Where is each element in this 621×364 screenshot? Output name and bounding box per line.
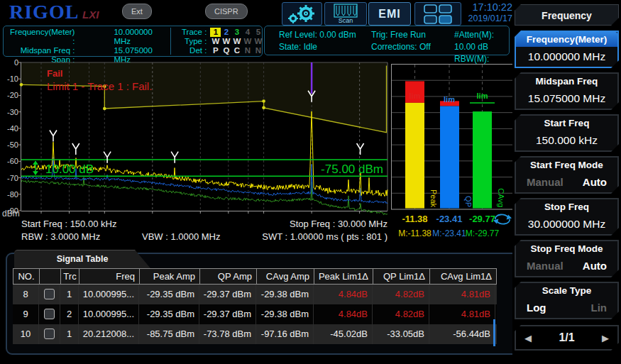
signal-table: NO.TrcFreqPeak AmpQP AmpCAvg AmpPeak Lim… — [13, 268, 497, 344]
softkey-stop-freq[interactable]: Stop Freq30.000000 MHz — [515, 198, 619, 236]
sweep-status-box: Ref Level: 0.00 dBmState: Idle Trig: Fre… — [264, 26, 510, 55]
column-header[interactable]: Peak Lim1Δ — [314, 269, 373, 284]
softkey-scale-type[interactable]: Scale TypeLogLin — [515, 282, 619, 319]
det-chip[interactable]: C — [231, 46, 242, 55]
column-header[interactable]: QP Amp — [200, 269, 257, 284]
delta-label: 10.00 dB — [45, 162, 94, 176]
cell-select — [39, 324, 60, 344]
y-tick-label: -70 — [7, 174, 18, 182]
softkey-label: Frequency(Meter) — [516, 32, 617, 47]
softkey-toggle: ManualAuto — [516, 256, 617, 276]
trace-chip[interactable]: 5 — [253, 28, 263, 37]
det-row: Det :PQCNNN — [175, 46, 274, 55]
trace-chip[interactable]: 4 — [242, 28, 253, 37]
det-label: Det : — [175, 46, 207, 55]
type-chip[interactable]: W — [210, 37, 221, 46]
limit-vertex-dot — [103, 107, 106, 111]
softkey-midspan-freq[interactable]: Midspan Freq15.075000 MHz — [515, 72, 619, 110]
cell-peak-amp: -85.75 dBm — [139, 324, 199, 344]
column-header[interactable]: QP Lim1Δ — [373, 269, 430, 284]
table-scrollbar[interactable] — [493, 319, 495, 346]
frequency-status-values: 10.000000 MHz15.075000 MHz29.850000 MHz — [114, 28, 163, 56]
column-header[interactable]: NO. — [13, 269, 40, 284]
softkey-label: Start Freq Mode — [516, 158, 617, 172]
row-checkbox[interactable] — [44, 329, 55, 339]
softkey-start-freq-mode[interactable]: Start Freq ModeManualAuto — [515, 156, 619, 194]
det-chip[interactable]: N — [253, 46, 263, 55]
toggle-option-manual[interactable]: Manual — [527, 256, 564, 276]
scan-label: Scan — [339, 18, 353, 24]
meter-bar — [440, 106, 459, 209]
status-line: Corrections: Off — [371, 41, 454, 53]
row-checkbox[interactable] — [44, 309, 55, 319]
trace-chip[interactable]: 3 — [231, 28, 242, 37]
y-axis-unit: dBm — [2, 209, 20, 219]
meter-value: -29.77 — [469, 214, 495, 224]
status-col-ref: Ref Level: 0.00 dBmState: Idle — [279, 29, 371, 55]
trace-chip[interactable]: 2 — [221, 28, 231, 37]
cispr-button[interactable]: CISPR — [205, 4, 248, 19]
toggle-option-log[interactable]: Log — [527, 298, 546, 318]
column-header[interactable]: CAvg Amp — [257, 269, 314, 284]
column-header[interactable]: CAvg Lim1Δ — [430, 269, 496, 284]
cell-cavg-amp: -29.38 dBm — [256, 285, 314, 304]
limit-vertex-dot — [262, 106, 265, 110]
toggle-option-manual[interactable]: Manual — [527, 172, 564, 192]
softkey-frequency-meter-[interactable]: Frequency(Meter)10.000000 MHz — [515, 31, 619, 68]
softkey-start-freq[interactable]: Start Freq150.000 kHz — [515, 114, 619, 152]
softkey-value: 150.000 kHz — [516, 131, 617, 150]
scan-button[interactable]: Scan — [324, 2, 367, 26]
toggle-option-auto[interactable]: Auto — [583, 172, 607, 192]
page-prev-icon[interactable]: ◀ — [524, 333, 532, 343]
loop-icon — [497, 219, 510, 224]
frequency-status-box: Frequency(Meter) :Midspan Freq :Span : 1… — [3, 26, 263, 57]
delta-arrow-up — [33, 160, 38, 165]
table-row[interactable]: 10120.212008...-85.75 dBm-73.78 dBm-97.1… — [13, 324, 497, 344]
cell-cavg-amp: -29.38 dBm — [256, 304, 314, 324]
column-header[interactable] — [40, 269, 61, 284]
page-next-icon[interactable]: ▶ — [602, 333, 609, 343]
trace-chip[interactable]: 1 — [210, 28, 221, 37]
cell-cavg-lim: 4.81dB — [429, 304, 495, 324]
toggle-option-lin[interactable]: Lin — [591, 298, 608, 318]
type-chip[interactable]: W — [242, 37, 253, 46]
meter-value: -11.38 — [402, 214, 427, 224]
det-chip[interactable]: N — [242, 46, 253, 55]
start-freq-readout: Start Freq : 150.00 kHz — [21, 219, 116, 229]
toggle-option-auto[interactable]: Auto — [583, 256, 607, 276]
limit-vertex-dot — [262, 99, 265, 103]
table-row[interactable]: 9210.000995...-29.35 dBm-29.37 dBm-29.38… — [13, 304, 497, 324]
settings-button[interactable] — [282, 2, 322, 26]
row-checkbox[interactable] — [44, 289, 55, 299]
status-col-atten: #Atten(M): 10.00 dBRBW(M): 9.000 kHz — [454, 29, 509, 55]
cell-freq: 10.000995... — [79, 304, 139, 324]
type-chip[interactable]: W — [221, 37, 231, 46]
limit-status-text: Limit 1 - Trace 1 : Fail. — [47, 80, 152, 92]
cell-peak-amp: -29.35 dBm — [139, 285, 199, 304]
date-display: 2019/01/17 — [460, 13, 512, 24]
meter-lim-label: lim — [410, 92, 421, 100]
column-header[interactable]: Peak Amp — [140, 269, 200, 284]
signal-table-tab[interactable]: Signal Table — [14, 250, 150, 268]
type-chip[interactable]: W — [253, 37, 263, 46]
page-indicator: 1/1 — [559, 331, 574, 344]
meter-bar — [405, 103, 424, 209]
softkey-value: 30.000000 MHz — [516, 214, 617, 234]
cell-qp-lim: -33.05dB — [373, 324, 429, 344]
softkey-stop-freq-mode[interactable]: Stop Freq ModeManualAuto — [515, 240, 619, 277]
type-chip[interactable]: W — [231, 37, 242, 46]
y-tick-label: -20 — [7, 91, 18, 99]
meter-max-value: M:-11.38 — [398, 228, 432, 238]
y-tick-label: -60 — [7, 157, 18, 165]
y-tick-label: -30 — [7, 108, 18, 116]
column-header[interactable]: Trc — [61, 269, 79, 284]
layout-button[interactable] — [414, 2, 461, 26]
cell-no: 9 — [13, 304, 39, 324]
table-row[interactable]: 8110.000995...-29.35 dBm-29.37 dBm-29.38… — [13, 285, 497, 304]
trace-row: Trace :123456 — [175, 28, 274, 37]
ext-button[interactable]: Ext — [122, 4, 152, 19]
emi-mode-button[interactable]: EMI — [368, 2, 411, 26]
det-chip[interactable]: P — [210, 46, 221, 55]
column-header[interactable]: Freq — [79, 269, 140, 284]
det-chip[interactable]: Q — [221, 46, 231, 55]
